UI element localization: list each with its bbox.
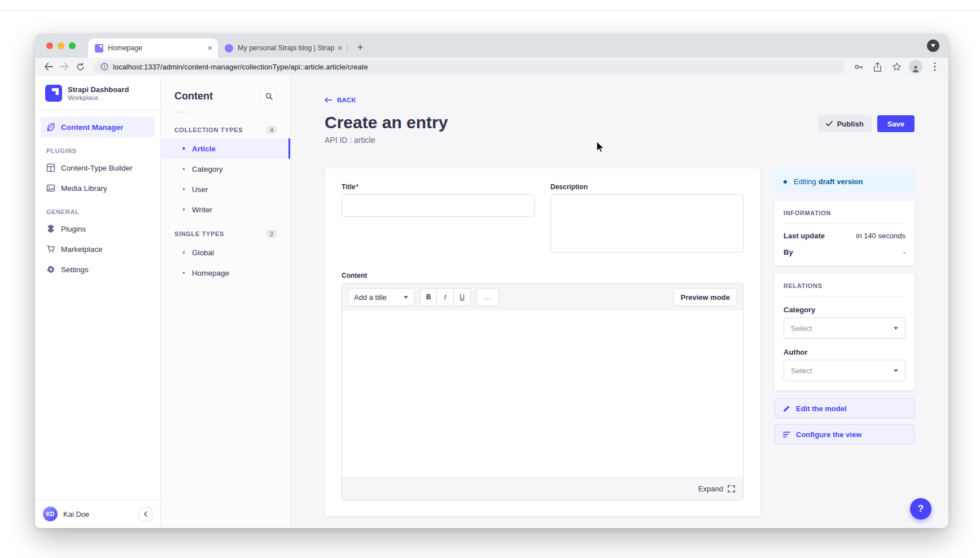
gear-icon <box>46 265 55 274</box>
back-button[interactable] <box>42 60 55 73</box>
subnav-item-article[interactable]: Article <box>161 138 290 159</box>
description-textarea[interactable] <box>550 194 743 252</box>
browser-profile-avatar[interactable] <box>909 60 922 73</box>
sidebar-item-plugins[interactable]: Plugins <box>41 219 155 239</box>
toolbar-right <box>851 60 942 73</box>
sidebar-footer: KD Kai Doe <box>35 499 160 528</box>
browser-window: Homepage × My personal Strapi blog | Str… <box>35 34 948 528</box>
window-controls[interactable] <box>46 42 76 49</box>
subnav-item-label: Writer <box>192 206 212 214</box>
sidebar-item-content-type-builder[interactable]: Content-Type Builder <box>41 158 155 178</box>
key-icon <box>854 62 863 72</box>
chevron-down-icon <box>931 44 935 47</box>
sidebar-item-marketplace[interactable]: Marketplace <box>41 239 155 259</box>
arrow-left-icon <box>44 62 53 71</box>
minimize-window-button[interactable] <box>58 42 64 49</box>
more-formats-button[interactable]: ... <box>476 288 499 306</box>
close-icon[interactable]: × <box>338 43 342 53</box>
browser-menu-button[interactable] <box>928 60 942 73</box>
pencil-icon <box>783 405 790 412</box>
editor-text-area[interactable] <box>342 311 743 477</box>
author-select[interactable]: Select <box>784 360 905 381</box>
title-input[interactable] <box>342 194 535 217</box>
last-update-value: in 140 seconds <box>856 232 905 240</box>
filter-lines-icon <box>783 431 790 438</box>
image-icon <box>46 184 55 193</box>
subnav-item-label: Global <box>192 249 214 257</box>
forward-button[interactable] <box>58 60 71 73</box>
cart-icon <box>46 245 55 254</box>
main-sidebar: Strapi Dashboard Workplace Content Manag… <box>35 76 161 528</box>
sidebar-item-label: Content-Type Builder <box>61 164 133 172</box>
layout-icon <box>46 163 55 172</box>
group-label-collection-types: COLLECTION TYPES <box>174 127 243 133</box>
subnav-item-label: Homepage <box>192 269 229 277</box>
reload-button[interactable] <box>73 60 87 73</box>
share-button[interactable] <box>870 60 884 73</box>
new-tab-button[interactable]: + <box>352 40 368 55</box>
back-link[interactable]: BACK <box>325 97 356 103</box>
maximize-window-button[interactable] <box>69 42 76 49</box>
feather-pen-icon <box>46 123 55 132</box>
sidebar-item-settings[interactable]: Settings <box>41 259 155 280</box>
close-icon[interactable]: × <box>208 43 212 53</box>
subnav-item-global[interactable]: Global <box>161 242 290 263</box>
bold-button[interactable]: B <box>420 288 437 306</box>
author-relation-label: Author <box>784 348 905 356</box>
puzzle-icon <box>46 224 55 233</box>
preview-mode-button[interactable]: Preview mode <box>673 288 737 306</box>
address-bar[interactable]: localhost:1337/admin/content-manager/col… <box>94 60 845 73</box>
richtext-editor: Add a title B I U ... Pre <box>342 283 743 500</box>
description-field-label: Description <box>550 183 588 191</box>
sidebar-item-label: Plugins <box>61 225 86 233</box>
share-icon <box>873 62 882 72</box>
chevron-down-icon <box>404 296 408 299</box>
tab-title: Homepage <box>108 44 204 52</box>
required-asterisk: * <box>356 183 358 191</box>
subnav-item-writer[interactable]: Writer <box>161 199 290 220</box>
heading-select-value: Add a title <box>354 293 387 302</box>
content-field-label: Content <box>342 272 367 280</box>
subnav-item-label: User <box>192 185 208 194</box>
underline-button[interactable]: U <box>454 288 471 306</box>
subnav-item-category[interactable]: Category <box>161 159 290 179</box>
entry-form-card: Title * Description <box>325 168 760 516</box>
heading-select[interactable]: Add a title <box>348 288 414 306</box>
save-button[interactable]: Save <box>877 115 915 132</box>
tab-strapi-blog[interactable]: My personal Strapi blog | Strap × <box>218 38 348 58</box>
category-select[interactable]: Select <box>784 317 905 339</box>
user-avatar[interactable]: KD <box>43 507 58 521</box>
workspace-brand[interactable]: Strapi Dashboard Workplace <box>35 76 160 110</box>
reload-icon <box>76 63 85 71</box>
page-title: Create an entry <box>325 113 448 132</box>
edit-model-button[interactable]: Edit the model <box>775 398 915 418</box>
publish-button[interactable]: Publish <box>818 115 872 132</box>
editor-footer: Expand <box>342 477 743 500</box>
password-key-button[interactable] <box>851 60 865 73</box>
tab-homepage[interactable]: Homepage × <box>88 38 218 58</box>
tab-title: My personal Strapi blog | Strap <box>238 44 334 52</box>
bookmark-button[interactable] <box>890 60 903 73</box>
sidebar-item-media-library[interactable]: Media Library <box>41 178 155 198</box>
strapi-favicon-icon <box>95 44 103 53</box>
close-window-button[interactable] <box>46 42 53 49</box>
expand-label: Expand <box>698 485 723 493</box>
draft-dot-icon <box>784 180 787 184</box>
editor-toolbar: Add a title B I U ... Pre <box>342 284 743 311</box>
publish-label: Publish <box>837 120 864 128</box>
collapse-sidebar-button[interactable] <box>138 507 152 521</box>
back-label: BACK <box>337 97 356 103</box>
italic-button[interactable]: I <box>437 288 454 306</box>
sidebar-item-content-manager[interactable]: Content Manager <box>41 117 155 137</box>
strapi-logo-icon <box>45 85 62 102</box>
tab-search-button[interactable] <box>927 40 939 52</box>
help-button[interactable]: ? <box>910 498 931 520</box>
draft-banner-emphasis: draft version <box>819 177 863 186</box>
subnav-item-user[interactable]: User <box>161 179 290 199</box>
expand-icon[interactable] <box>728 485 735 492</box>
configure-view-button[interactable]: Configure the view <box>775 424 915 444</box>
subnav-item-label: Category <box>192 165 223 173</box>
subnav-item-homepage[interactable]: Homepage <box>161 263 290 283</box>
category-relation-label: Category <box>784 306 905 314</box>
search-button[interactable] <box>261 88 277 104</box>
